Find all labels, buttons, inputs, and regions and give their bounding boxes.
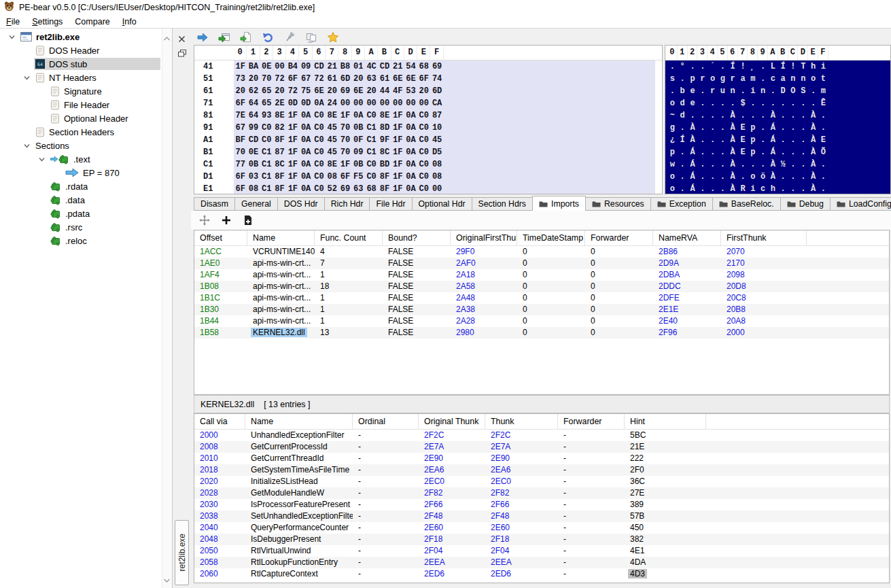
chevron-down-icon[interactable] [4, 33, 19, 41]
hex-row[interactable]: B1700EC1871F0AC0457009C18C1F0AC0D5 [194, 146, 662, 158]
tab-loadconfig[interactable]: LoadConfig [830, 197, 891, 211]
column-header-offset[interactable]: Offset [194, 230, 247, 245]
column-header-call-via[interactable]: Call via [194, 414, 245, 429]
table-row[interactable]: 2018GetSystemTimeAsFileTime-2EA62EA6-2F0 [194, 464, 889, 476]
column-header-bound[interactable]: Bound? [383, 230, 451, 245]
column-header-timedatestamp[interactable]: TimeDateStamp [517, 230, 585, 245]
tree-item-signature[interactable]: Signature [0, 84, 172, 98]
hex-row[interactable]: 612062652072756E20696E20444F53206D [194, 85, 662, 97]
tree-item-nt-headers[interactable]: NT Headers [0, 71, 172, 84]
close-icon[interactable] [178, 33, 186, 46]
scroll-down-icon[interactable] [164, 573, 170, 585]
ascii-row[interactable]: .be.run.in.DOS.m [665, 85, 890, 97]
table-row[interactable]: 2028GetModuleHandleW-2F822F82-27E [194, 487, 889, 499]
dock-tab-ret2lib[interactable]: ret2lib.exe [175, 520, 189, 585]
table-row[interactable]: 2060RtlCaptureContext-2ED62ED6-4D3 [194, 568, 889, 580]
tree-item-pdata[interactable]: .pdata [0, 207, 172, 220]
move-cross-icon[interactable] [199, 215, 210, 226]
hex-row[interactable]: D16F03C18F1F0AC0086FF5C08F1F0AC008 [194, 171, 662, 183]
pin-icon[interactable] [283, 31, 296, 44]
table-row[interactable]: 2000UnhandledExceptionFilter-2F2C2F2C-5B… [194, 430, 889, 441]
column-header-ordinal[interactable]: Ordinal [353, 414, 419, 429]
table-row[interactable]: 2010GetCurrentThreadId-2E902E90-222 [194, 453, 889, 464]
table-row[interactable]: 1ACCVCRUNTIME140...4FALSE29F0002B862070 [194, 246, 889, 258]
tab-exception[interactable]: Exception [650, 197, 713, 211]
table-row[interactable]: 2048IsDebuggerPresent-2F182F18-382 [194, 534, 889, 545]
kernel32-functions-table[interactable]: Call viaNameOrdinalOriginal ThunkThunkFo… [194, 413, 890, 583]
tree-item-dos-header[interactable]: DOS Header [0, 44, 172, 57]
tree-item-reloc[interactable]: .reloc [0, 234, 172, 247]
menu-item-compare[interactable]: Compare [69, 16, 116, 28]
column-header-thunk[interactable]: Thunk [485, 414, 558, 429]
load-into-window-icon[interactable] [218, 31, 230, 44]
tree-item-file-header[interactable]: File Header [0, 98, 172, 111]
ascii-row[interactable]: s.program.cannot [665, 73, 890, 85]
hex-row[interactable]: 716F64652E0D0D0A2400000000000000CA [194, 97, 662, 109]
tree-item-ret2lib-exe[interactable]: ret2lib.exe [0, 30, 172, 44]
add-import-icon[interactable] [221, 215, 232, 226]
table-row[interactable]: 2038SetUnhandledExceptionFilter-2F482F48… [194, 511, 889, 522]
column-header-name[interactable]: Name [247, 230, 315, 245]
column-header-namerva[interactable]: NameRVA [653, 230, 721, 245]
table-row[interactable]: 1B08api-ms-win-crt...18FALSE2A58002DDC20… [194, 281, 889, 292]
tab-file-hdr[interactable]: File Hdr [369, 197, 412, 211]
tab-general[interactable]: General [234, 197, 278, 211]
tree-item-dos-stub[interactable]: 64DOS stub [0, 57, 172, 71]
column-header-hint[interactable]: Hint [625, 414, 706, 429]
table-row[interactable]: 1B1Capi-ms-win-crt...1FALSE2A48002DFE20C… [194, 292, 889, 304]
ascii-row[interactable]: g.À...ÀEp.Á...À. [665, 122, 890, 134]
hex-row[interactable]: C1770BC18C1F0AC08E1F0BC0BD1F0AC008 [194, 158, 662, 171]
table-row[interactable]: 2030IsProcessorFeaturePresent-2F662F66-3… [194, 499, 889, 511]
add-page-icon[interactable] [243, 215, 254, 226]
tab-imports[interactable]: Imports [532, 196, 586, 211]
tree-item-ep-870[interactable]: EP = 870 [0, 166, 172, 179]
ascii-row[interactable]: w.Á...À...À½..À. [665, 158, 890, 171]
compare-icon[interactable] [305, 31, 317, 44]
column-header-forwarder[interactable]: Forwarder [558, 414, 625, 429]
ascii-row[interactable]: ¿ÍÀ...ÀEp.Á...ÀE [665, 134, 890, 146]
chevron-down-icon[interactable] [34, 156, 49, 163]
hex-row[interactable]: E16F08C18F1F0AC0526963688F1F0AC000 [194, 183, 662, 194]
table-row[interactable]: 1AF4api-ms-win-crt...1FALSE2A18002DBA209… [194, 269, 889, 281]
column-header-forwarder[interactable]: Forwarder [585, 230, 653, 245]
tree-item-data[interactable]: .data [0, 193, 172, 207]
load-file-icon[interactable] [240, 31, 252, 44]
imports-table[interactable]: OffsetNameFunc. CountBound?OriginalFirst… [194, 230, 890, 395]
hex-row[interactable]: A1BFCDC08F1F0AC045700FC19F1F0AC045 [194, 134, 662, 146]
star-icon[interactable] [327, 31, 339, 44]
tree-item-rsrc[interactable]: .rsrc [0, 220, 172, 234]
ascii-row[interactable]: .°..´.Í!¸.LÍ!Thi [665, 60, 890, 73]
ascii-row[interactable]: ode....$.......Ê [665, 97, 890, 109]
tree-item-rdata[interactable]: .rdata [0, 179, 172, 193]
tab-resources[interactable]: Resources [585, 197, 651, 211]
tree-item-section-headers[interactable]: Section Headers [0, 125, 172, 139]
tree-scrollbar[interactable] [162, 29, 172, 588]
hex-view[interactable]: 0123456789ABCDEF 411FBA0E00B409CD21B8014… [194, 45, 663, 194]
column-header-name[interactable]: Name [245, 414, 353, 429]
table-row[interactable]: 1B58KERNEL32.dll13FALSE2980002F962000 [194, 327, 889, 339]
ascii-row[interactable]: p.Á...ÀEp.Á...ÀÕ [665, 146, 890, 158]
table-row[interactable]: 1B44api-ms-win-crt...1FALSE2A28002E4020A… [194, 315, 889, 327]
scroll-up-icon[interactable] [164, 31, 170, 44]
table-row[interactable]: 2008GetCurrentProcessId-2E7A2E7A-21E [194, 441, 889, 453]
hex-row[interactable]: 51732070726F6772616D2063616E6E6F74 [194, 73, 662, 85]
hex-row[interactable]: 916799C0821F0AC045700BC18D1F0AC010 [194, 122, 662, 134]
hex-row[interactable]: 817E64938E1F0AC08E1F0AC08E1F0AC087 [194, 109, 662, 122]
menu-item-info[interactable]: Info [116, 16, 143, 28]
ascii-row[interactable]: o.Á...À.oõÀ...À. [665, 171, 890, 183]
undo-icon[interactable] [262, 31, 274, 44]
column-header-firstthunk[interactable]: FirstThunk [721, 230, 807, 245]
hex-row[interactable]: 411FBA0E00B409CD21B8014CCD21546869 [194, 60, 662, 73]
menu-item-file[interactable]: File [0, 16, 26, 28]
tree-item-text[interactable]: .text [0, 152, 172, 166]
column-header-originalfirstthun[interactable]: OriginalFirstThun [451, 230, 517, 245]
table-row[interactable]: 2040QueryPerformanceCounter-2E602E60-450 [194, 522, 889, 534]
table-row[interactable]: 1AE0api-ms-win-crt...7FALSE2AF0002D9A217… [194, 258, 889, 269]
chevron-down-icon[interactable] [19, 142, 34, 150]
table-row[interactable]: 2020InitializeSListHead-2EC02EC0-36C [194, 476, 889, 487]
chevron-down-icon[interactable] [19, 74, 34, 82]
float-window-icon[interactable] [178, 48, 186, 60]
menu-item-settings[interactable]: Settings [26, 16, 69, 28]
table-row[interactable]: 2058RtlLookupFunctionEntry-2EEA2EEA-4DA [194, 557, 889, 568]
ascii-view[interactable]: 0123456789ABCDEF .°..´.Í!¸.LÍ!This.progr… [665, 45, 891, 194]
